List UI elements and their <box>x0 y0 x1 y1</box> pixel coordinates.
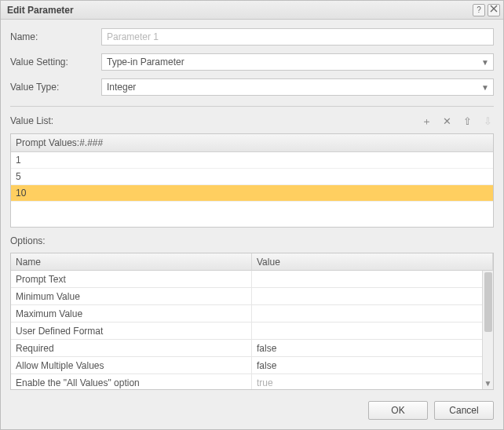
name-input[interactable] <box>101 28 494 46</box>
option-name: Enable the "All Values" option <box>11 374 252 390</box>
close-button[interactable] <box>488 4 500 16</box>
dialog-title: Edit Parameter <box>7 5 473 16</box>
option-value: true <box>252 374 493 390</box>
value-setting-select[interactable]: ▼ <box>101 53 494 71</box>
option-name: User Defined Format <box>11 322 252 340</box>
help-button[interactable]: ? <box>473 4 485 16</box>
chevron-down-icon[interactable]: ▼ <box>483 377 493 389</box>
move-down-icon: ⇩ <box>481 115 494 127</box>
name-label: Name: <box>10 31 97 42</box>
value-list: Prompt Values:#.### 1 5 10 <box>10 133 494 228</box>
option-value[interactable] <box>252 271 493 288</box>
option-name: Maximum Value <box>11 305 252 322</box>
option-name: Allow Multiple Values <box>11 357 252 374</box>
close-icon <box>490 5 498 13</box>
option-name: Minimum Value <box>11 288 252 305</box>
dialog-footer: OK Cancel <box>10 396 494 420</box>
move-up-icon[interactable]: ⇧ <box>461 115 473 127</box>
value-list-row[interactable]: 10 <box>11 185 493 202</box>
options-table: Name Value Prompt Text Minimum Value Max… <box>10 253 494 390</box>
value-type-value[interactable] <box>101 78 494 96</box>
titlebar-buttons: ? <box>473 4 500 16</box>
value-list-row[interactable]: 1 <box>11 152 493 169</box>
ok-button[interactable]: OK <box>368 401 428 420</box>
value-list-header-row: Value List: ＋ ✕ ⇧ ⇩ <box>10 115 494 127</box>
value-list-toolbar: ＋ ✕ ⇧ ⇩ <box>420 115 494 127</box>
value-list-row[interactable]: 5 <box>11 169 493 185</box>
value-setting-value[interactable] <box>101 53 494 71</box>
separator <box>10 106 494 107</box>
option-value[interactable]: false <box>252 340 493 357</box>
titlebar: Edit Parameter ? <box>1 1 503 20</box>
option-value[interactable] <box>252 288 493 305</box>
cancel-button[interactable]: Cancel <box>434 401 494 420</box>
option-value[interactable]: false <box>252 357 493 374</box>
options-scrollbar[interactable]: ▼ <box>482 271 493 389</box>
scrollbar-thumb[interactable] <box>484 272 492 332</box>
option-name: Required <box>11 340 252 357</box>
options-header-value: Value <box>252 253 493 271</box>
options-label: Options: <box>10 235 494 246</box>
row-value-type: Value Type: ▼ <box>10 78 494 97</box>
remove-icon[interactable]: ✕ <box>440 115 453 127</box>
value-type-select[interactable]: ▼ <box>101 78 494 96</box>
options-header-name: Name <box>11 253 252 271</box>
option-value[interactable] <box>252 322 493 340</box>
value-type-label: Value Type: <box>10 82 97 93</box>
option-value[interactable] <box>252 305 493 322</box>
row-value-setting: Value Setting: ▼ <box>10 53 494 71</box>
value-list-empty-area <box>11 202 493 227</box>
dialog-content: Name: Value Setting: ▼ Value Type: ▼ Val… <box>1 20 503 429</box>
value-setting-label: Value Setting: <box>10 56 97 67</box>
value-list-label: Value List: <box>10 115 420 126</box>
add-icon[interactable]: ＋ <box>420 115 433 127</box>
option-name: Prompt Text <box>11 271 252 288</box>
row-name: Name: <box>10 27 494 46</box>
value-list-column-header: Prompt Values:#.### <box>11 134 493 152</box>
